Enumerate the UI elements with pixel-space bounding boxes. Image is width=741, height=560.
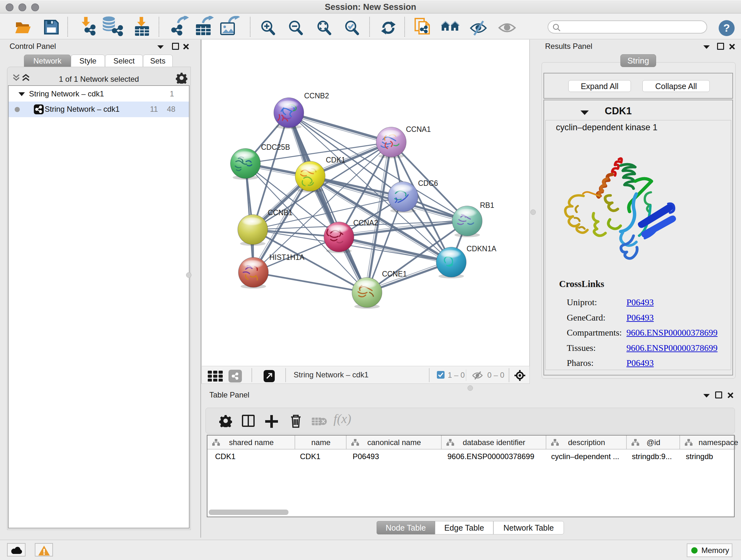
svg-text:HIST1H1A: HIST1H1A xyxy=(269,253,305,261)
svg-text:CDC25B: CDC25B xyxy=(261,143,290,151)
svg-text:CDKN1A: CDKN1A xyxy=(467,245,496,253)
svg-text:CCNE1: CCNE1 xyxy=(382,270,407,278)
svg-text:CDC6: CDC6 xyxy=(418,179,438,187)
svg-text:RB1: RB1 xyxy=(480,201,494,209)
svg-text:CCNA2: CCNA2 xyxy=(353,219,378,227)
svg-text:CCNB1: CCNB1 xyxy=(268,208,293,217)
svg-text:CCNB2: CCNB2 xyxy=(304,91,329,100)
svg-text:CCNA1: CCNA1 xyxy=(406,125,431,133)
svg-text:CDK1: CDK1 xyxy=(326,156,345,164)
